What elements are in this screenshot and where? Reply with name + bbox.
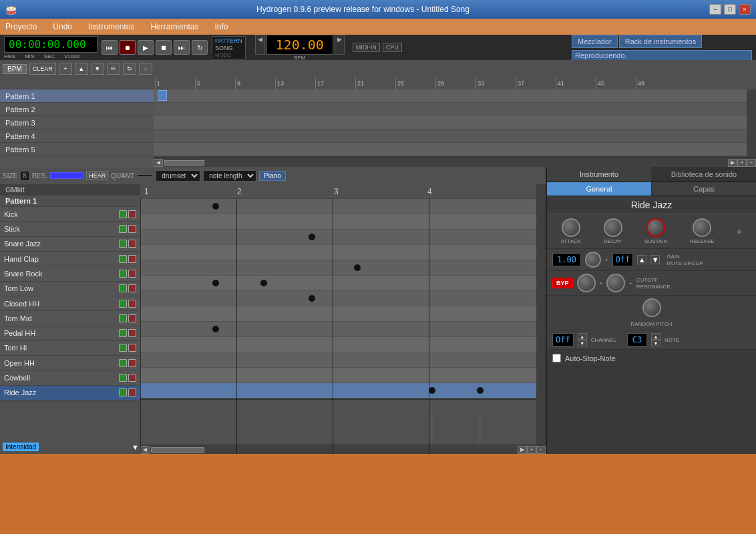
minimize-button[interactable]: −: [709, 4, 721, 15]
pattern-row-4[interactable]: Pattern 4: [0, 129, 154, 143]
bpm-song-button[interactable]: BPM: [3, 64, 27, 74]
instrument-closed-hh[interactable]: Closed HH: [0, 296, 140, 311]
cowbell-row[interactable]: [140, 368, 546, 383]
song-grid-row-4[interactable]: [154, 129, 756, 143]
menu-proyecto[interactable]: Proyecto: [3, 21, 39, 33]
sustain-knob[interactable]: [646, 218, 665, 237]
snare-rock-row[interactable]: [140, 260, 546, 276]
sr-btn1[interactable]: [119, 270, 127, 278]
loop-song-button[interactable]: ↻: [123, 63, 136, 75]
pgrid-zoom-out[interactable]: +: [527, 446, 536, 454]
mute-arrow-down[interactable]: ▼: [650, 255, 660, 264]
cb-btn2[interactable]: [128, 374, 136, 382]
scroll-right[interactable]: ▶: [728, 159, 737, 167]
kick-row[interactable]: [140, 199, 546, 214]
ohh-btn2[interactable]: [128, 359, 136, 367]
tm-btn1[interactable]: [119, 314, 127, 322]
pgrid-scroll-thumb[interactable]: [151, 447, 204, 453]
tab-capas[interactable]: Capas: [652, 182, 756, 196]
mixer-button[interactable]: Mezclador: [572, 35, 618, 48]
stick-btn1[interactable]: [119, 225, 127, 233]
tl-btn1[interactable]: [119, 284, 127, 292]
instrument-hand-clap[interactable]: Hand Clap: [0, 252, 140, 266]
play-button[interactable]: ▶: [138, 40, 154, 55]
mute-arrow-up[interactable]: ▲: [637, 255, 646, 264]
song-grid[interactable]: [154, 89, 756, 158]
sj-btn1[interactable]: [119, 240, 127, 248]
cb-btn1[interactable]: [119, 374, 127, 382]
tom-low-row[interactable]: [140, 276, 546, 291]
channel-down[interactable]: ▼: [578, 340, 587, 346]
rewind-button[interactable]: ⏮: [102, 40, 118, 55]
autostop-checkbox[interactable]: [552, 354, 561, 362]
note-up[interactable]: ▲: [651, 333, 660, 340]
note-down[interactable]: ▼: [651, 340, 660, 346]
rj-btn2[interactable]: [128, 388, 136, 396]
quant-box[interactable]: [137, 174, 153, 177]
zoom-out[interactable]: +: [737, 159, 747, 167]
byp-button[interactable]: BYP: [552, 278, 573, 288]
pattern-down-button[interactable]: ▼: [91, 63, 104, 75]
chh-btn2[interactable]: [128, 300, 136, 308]
open-hh-row[interactable]: [140, 352, 546, 368]
hand-clap-row[interactable]: [140, 245, 546, 260]
tom-hi-row[interactable]: [140, 337, 546, 352]
pedal-hh-row[interactable]: [140, 322, 546, 337]
scroll-left[interactable]: ◀: [154, 159, 163, 167]
fast-forward-button[interactable]: ⏭: [174, 40, 190, 55]
menu-instrumentos[interactable]: Instrumentos: [85, 21, 137, 33]
menu-info[interactable]: Info: [212, 21, 230, 33]
scroll-thumb[interactable]: [164, 160, 204, 166]
instrument-tom-low[interactable]: Tom Low: [0, 282, 140, 296]
bpm-up[interactable]: ▶: [335, 35, 345, 55]
pattern-mode[interactable]: PATTERN: [215, 37, 242, 44]
attack-knob[interactable]: [562, 218, 580, 237]
menu-undo[interactable]: Undo: [50, 21, 75, 33]
hear-button[interactable]: HEAR: [86, 171, 108, 180]
instrument-tom-hi[interactable]: Tom Hi: [0, 341, 140, 356]
song-hscrollbar[interactable]: ◀ ▶ + −: [154, 158, 756, 167]
instrument-stick[interactable]: Stick: [0, 222, 140, 236]
instrument-kick[interactable]: Kick: [0, 207, 140, 222]
add-pattern-button[interactable]: +: [59, 63, 72, 75]
ride-jazz-row[interactable]: [140, 383, 546, 398]
intensity-dropdown[interactable]: ▼: [132, 443, 139, 451]
pattern-row-2[interactable]: Pattern 2: [0, 103, 154, 116]
pencil-button[interactable]: ✏: [107, 63, 120, 75]
pgrid-scroll-right[interactable]: ▶: [518, 446, 527, 454]
instrument-snare-rock[interactable]: Snare Rock: [0, 266, 140, 281]
instrument-snare-jazz[interactable]: Snare Jazz: [0, 237, 140, 252]
hc-btn1[interactable]: [119, 255, 127, 263]
rack-button[interactable]: Rack de instrumentos: [619, 35, 702, 48]
gain-knob[interactable]: [585, 252, 601, 268]
pattern-row-3[interactable]: Pattern 3: [0, 116, 154, 129]
chh-btn1[interactable]: [119, 300, 127, 308]
sr-btn2[interactable]: [128, 270, 136, 278]
tl-btn2[interactable]: [128, 284, 136, 292]
tab-instrumento[interactable]: Instrumento: [547, 167, 652, 182]
resonance-knob[interactable]: [606, 274, 625, 292]
pgrid-scroll-left[interactable]: ◀: [140, 446, 150, 454]
mode-selector[interactable]: PATTERN SONG MODE: [212, 36, 246, 59]
pattern-up-button[interactable]: ▲: [75, 63, 88, 75]
record-button[interactable]: ⏺: [120, 40, 136, 55]
stick-btn2[interactable]: [128, 225, 136, 233]
instrument-pedal-hh[interactable]: Pedal HH: [0, 326, 140, 341]
bpm-down[interactable]: ◀: [255, 35, 265, 55]
pattern-row-5[interactable]: Pattern 5: [0, 143, 154, 156]
piano-button[interactable]: Piano: [259, 171, 286, 181]
minus-button[interactable]: −: [139, 63, 152, 75]
instrument-ride-jazz[interactable]: Ride Jazz: [0, 386, 140, 400]
loop-button[interactable]: ↻: [192, 40, 208, 55]
note-length-select[interactable]: note length: [203, 170, 256, 182]
closed-hh-row[interactable]: [140, 291, 546, 306]
song-mode[interactable]: SONG: [215, 45, 242, 51]
snare-jazz-row[interactable]: [140, 230, 546, 245]
song-grid-row-3[interactable]: [154, 116, 756, 129]
stick-row[interactable]: [140, 214, 546, 230]
decay-knob[interactable]: [604, 218, 622, 237]
release-knob[interactable]: [693, 218, 711, 237]
pgrid-zoom-in[interactable]: −: [536, 446, 546, 454]
random-pitch-knob[interactable]: [642, 298, 661, 317]
phh-btn2[interactable]: [128, 329, 136, 337]
